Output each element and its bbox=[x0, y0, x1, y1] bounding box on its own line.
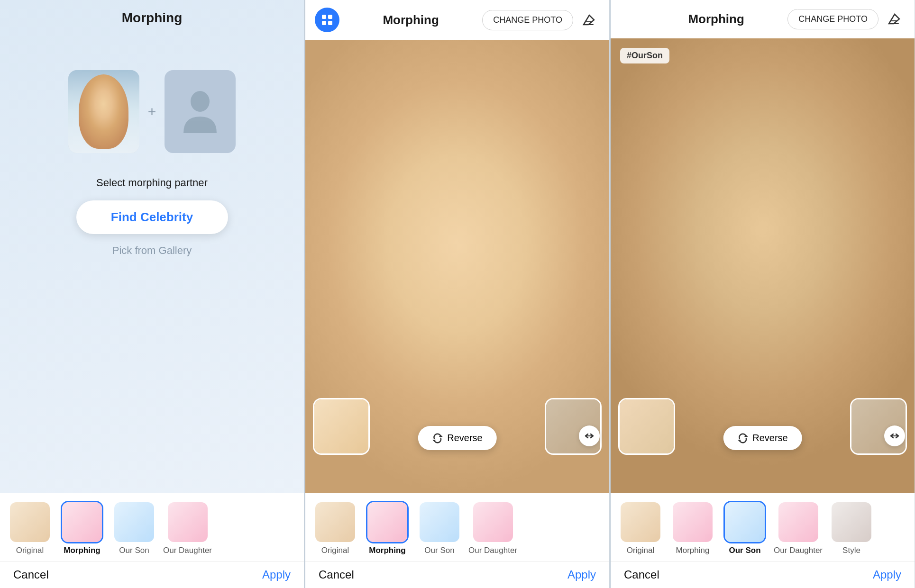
thumb-img-ourson-p1 bbox=[113, 501, 156, 543]
thumb-img-original-p1 bbox=[9, 501, 51, 543]
panel2-title: Morphing bbox=[339, 13, 482, 27]
thumb-img-morphing-p3 bbox=[671, 501, 714, 543]
expand-button-p2[interactable] bbox=[579, 425, 600, 446]
cancel-button-p3[interactable]: Cancel bbox=[624, 568, 659, 581]
apply-button-p3[interactable]: Apply bbox=[873, 568, 901, 581]
tab-label-ourson-p1: Our Son bbox=[119, 546, 149, 555]
svg-rect-1 bbox=[322, 15, 326, 19]
reverse-button-p3[interactable]: Reverse bbox=[723, 426, 802, 450]
eraser-icon bbox=[581, 11, 597, 27]
thumb-img-ourson-p3 bbox=[723, 501, 766, 543]
tab-ourdaughter-p1[interactable]: Our Daughter bbox=[160, 499, 215, 557]
tab-label-style-p3: Style bbox=[842, 546, 860, 555]
tab-ourson-p1[interactable]: Our Son bbox=[108, 499, 160, 557]
tab-ourson-p2[interactable]: Our Son bbox=[413, 499, 466, 557]
corner-thumb-left-p2[interactable] bbox=[313, 398, 370, 455]
tab-original-p1[interactable]: Original bbox=[4, 499, 56, 557]
header-p2: Morphing CHANGE PHOTO bbox=[305, 0, 609, 40]
hashtag-overlay-p3: #OurSon bbox=[620, 48, 669, 63]
panel-left: Morphing + Select morphing partner Find … bbox=[0, 0, 304, 588]
tab-morphing-p2[interactable]: Morphing bbox=[361, 499, 413, 557]
tab-label-ourson-p3: Our Son bbox=[729, 546, 760, 555]
thumb-img-ourdaughter-p3 bbox=[777, 501, 820, 543]
expand-icon-p3 bbox=[889, 430, 900, 442]
tab-morphing-p3[interactable]: Morphing bbox=[667, 499, 719, 557]
main-photo-area-p3: #OurSon Reverse bbox=[611, 38, 915, 493]
corner-thumb-left-p3[interactable] bbox=[618, 398, 675, 455]
tab-strip-p3: Original Morphing Our Son Our Daughter S… bbox=[611, 493, 915, 561]
reverse-icon-p3 bbox=[737, 433, 748, 443]
apply-button-p2[interactable]: Apply bbox=[567, 568, 596, 581]
thumb-img-original-p3 bbox=[619, 501, 662, 543]
reverse-icon bbox=[432, 433, 442, 443]
tab-label-morphing-p2: Morphing bbox=[369, 546, 405, 555]
svg-rect-2 bbox=[328, 15, 332, 19]
tab-ourdaughter-p3[interactable]: Our Daughter bbox=[771, 499, 825, 557]
person-silhouette-icon bbox=[181, 88, 219, 136]
svg-rect-4 bbox=[328, 21, 332, 25]
tab-label-ourdaughter-p1: Our Daughter bbox=[163, 546, 212, 555]
tab-label-ourdaughter-p2: Our Daughter bbox=[468, 546, 517, 555]
panel3-title: Morphing bbox=[645, 12, 787, 27]
svg-rect-3 bbox=[322, 21, 326, 25]
eraser-icon-p3 bbox=[886, 10, 902, 27]
select-partner-label: Select morphing partner bbox=[0, 177, 304, 189]
reverse-label-p3: Reverse bbox=[752, 433, 787, 443]
tab-label-original-p1: Original bbox=[16, 546, 44, 555]
morph-image-row: + bbox=[0, 70, 304, 153]
thumb-img-original-p2 bbox=[314, 501, 357, 543]
tab-label-morphing-p3: Morphing bbox=[676, 546, 710, 555]
change-photo-button-p2[interactable]: CHANGE PHOTO bbox=[482, 10, 573, 30]
tab-original-p3[interactable]: Original bbox=[614, 499, 667, 557]
expand-icon bbox=[584, 430, 595, 442]
reverse-button-p2[interactable]: Reverse bbox=[418, 426, 496, 450]
plus-icon: + bbox=[148, 104, 156, 120]
grid-icon bbox=[320, 13, 334, 27]
pick-from-gallery-button[interactable]: Pick from Gallery bbox=[112, 244, 192, 257]
action-bar-p1: Cancel Apply bbox=[0, 561, 304, 588]
thumb-img-ourson-p2 bbox=[418, 501, 461, 543]
tab-style-p3[interactable]: Style bbox=[825, 499, 878, 557]
thumb-img-morphing-p1 bbox=[61, 501, 103, 543]
thumb-img-style-p3 bbox=[830, 501, 873, 543]
thumb-img-morphing-p2 bbox=[366, 501, 409, 543]
apply-button-p1[interactable]: Apply bbox=[262, 568, 291, 581]
tab-strip-panel1: Original Morphing Our Son Our Daughter bbox=[0, 493, 304, 561]
action-bar-p3: Cancel Apply bbox=[611, 561, 915, 588]
thumb-img-ourdaughter-p2 bbox=[472, 501, 514, 543]
header-p3: Morphing CHANGE PHOTO bbox=[611, 0, 915, 38]
tab-label-original-p3: Original bbox=[627, 546, 655, 555]
partner-photo-placeholder[interactable] bbox=[165, 70, 236, 153]
panel-middle: Morphing CHANGE PHOTO bbox=[305, 0, 610, 588]
action-bar-p2: Cancel Apply bbox=[305, 561, 609, 588]
change-photo-button-p3[interactable]: CHANGE PHOTO bbox=[787, 9, 878, 29]
tab-label-ourdaughter-p3: Our Daughter bbox=[774, 546, 823, 555]
tab-label-original-p2: Original bbox=[321, 546, 349, 555]
panel1-title: Morphing bbox=[0, 0, 304, 32]
tab-strip-p2: Original Morphing Our Son Our Daughter bbox=[305, 493, 609, 561]
tab-label-morphing-p1: Morphing bbox=[64, 546, 100, 555]
tab-original-p2[interactable]: Original bbox=[309, 499, 361, 557]
panel-right: Morphing CHANGE PHOTO #OurSon bbox=[611, 0, 915, 588]
thumb-img-ourdaughter-p1 bbox=[166, 501, 209, 543]
expand-button-p3[interactable] bbox=[884, 425, 905, 446]
tab-morphing-p1[interactable]: Morphing bbox=[56, 499, 108, 557]
main-photo-area-p2: Reverse bbox=[305, 40, 609, 493]
eraser-icon-button-p2[interactable] bbox=[578, 9, 600, 32]
tab-ourson-p3[interactable]: Our Son bbox=[719, 499, 771, 557]
svg-point-0 bbox=[191, 91, 210, 112]
cancel-button-p1[interactable]: Cancel bbox=[13, 568, 49, 581]
source-photo[interactable] bbox=[68, 70, 139, 153]
cancel-button-p2[interactable]: Cancel bbox=[319, 568, 354, 581]
find-celebrity-button[interactable]: Find Celebrity bbox=[76, 200, 228, 234]
eraser-icon-button-p3[interactable] bbox=[883, 8, 905, 31]
tab-label-ourson-p2: Our Son bbox=[424, 546, 454, 555]
reverse-label-p2: Reverse bbox=[447, 433, 482, 443]
tab-ourdaughter-p2[interactable]: Our Daughter bbox=[466, 499, 520, 557]
grid-icon-button-p2[interactable] bbox=[315, 8, 339, 32]
